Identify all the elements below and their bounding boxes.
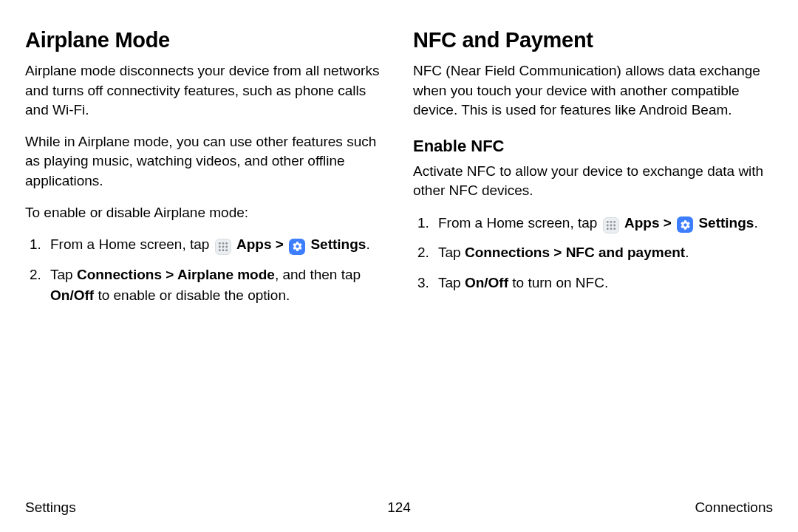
list-item: From a Home screen, tap Apps > Settings. <box>25 234 385 256</box>
step-text: , and then tap <box>275 267 361 282</box>
paragraph: While in Airplane mode, you can use othe… <box>25 132 385 191</box>
svg-point-12 <box>607 225 609 227</box>
svg-point-17 <box>613 228 615 230</box>
step-text: to enable or disable the option. <box>94 287 290 303</box>
step-text: From a Home screen, tap <box>438 215 601 231</box>
paragraph: Activate NFC to allow your device to exc… <box>413 162 773 201</box>
period: . <box>754 215 757 231</box>
left-column: Airplane Mode Airplane mode disconnects … <box>25 28 385 488</box>
step-bold: On/Off <box>465 275 508 290</box>
svg-point-11 <box>613 221 615 223</box>
page-content: Airplane Mode Airplane mode disconnects … <box>0 0 798 488</box>
step-text: Tap <box>50 267 77 282</box>
svg-point-2 <box>225 242 228 245</box>
apps-icon <box>603 217 619 233</box>
list-item: Tap Connections > NFC and payment. <box>413 242 773 264</box>
svg-point-14 <box>613 225 615 227</box>
svg-point-0 <box>219 242 221 245</box>
apps-label: Apps <box>624 215 660 231</box>
svg-point-3 <box>219 246 221 248</box>
page-number: 124 <box>387 499 411 516</box>
svg-point-8 <box>225 249 228 251</box>
apps-icon <box>215 239 231 255</box>
step-text: Tap <box>438 245 465 260</box>
step-text: to turn on NFC. <box>508 275 608 290</box>
step-text: Tap <box>438 275 465 290</box>
settings-label: Settings <box>698 215 754 231</box>
settings-icon <box>289 239 305 255</box>
footer-right: Connections <box>695 499 773 516</box>
paragraph: Airplane mode disconnects your device fr… <box>25 61 385 120</box>
svg-point-1 <box>222 242 224 245</box>
svg-point-16 <box>610 228 612 230</box>
arrow-text: > <box>271 236 287 252</box>
svg-point-13 <box>610 225 612 227</box>
step-bold: Connections > NFC and payment <box>465 245 685 260</box>
heading-airplane-mode: Airplane Mode <box>25 28 385 52</box>
subheading-enable-nfc: Enable NFC <box>413 137 773 156</box>
step-bold: On/Off <box>50 287 94 303</box>
apps-label: Apps <box>236 236 272 252</box>
svg-point-6 <box>219 249 221 251</box>
steps-list: From a Home screen, tap Apps > Settings.… <box>413 213 773 294</box>
step-bold: Connections > Airplane mode <box>77 267 275 282</box>
list-item: Tap Connections > Airplane mode, and the… <box>25 265 385 307</box>
svg-point-10 <box>610 221 612 223</box>
list-item: From a Home screen, tap Apps > Settings. <box>413 213 773 234</box>
svg-point-5 <box>225 246 228 248</box>
arrow-text: > <box>659 215 675 231</box>
paragraph: NFC (Near Field Communication) allows da… <box>413 61 773 120</box>
svg-point-15 <box>607 228 609 230</box>
right-column: NFC and Payment NFC (Near Field Communic… <box>413 28 773 488</box>
steps-list: From a Home screen, tap Apps > Settings.… <box>25 234 385 307</box>
page-footer: Settings 124 Connections <box>25 499 773 516</box>
settings-icon <box>677 216 693 233</box>
svg-point-9 <box>607 221 609 223</box>
list-item: Tap On/Off to turn on NFC. <box>413 273 773 294</box>
period: . <box>366 236 369 252</box>
svg-point-7 <box>222 249 224 251</box>
step-text: From a Home screen, tap <box>50 236 214 252</box>
footer-left: Settings <box>25 499 76 516</box>
settings-label: Settings <box>310 236 366 252</box>
period: . <box>685 245 689 260</box>
paragraph: To enable or disable Airplane mode: <box>25 203 385 223</box>
svg-point-4 <box>222 246 224 248</box>
heading-nfc: NFC and Payment <box>413 28 773 52</box>
